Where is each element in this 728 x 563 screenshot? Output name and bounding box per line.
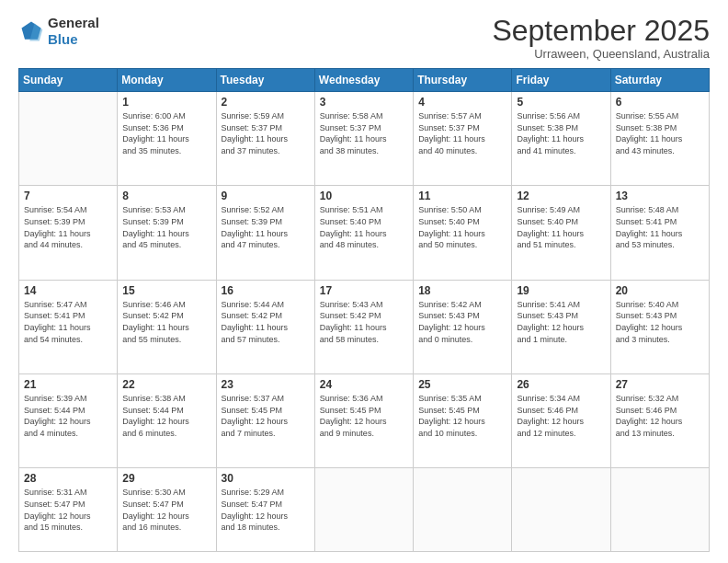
calendar-cell xyxy=(19,92,118,186)
day-number: 28 xyxy=(24,472,112,485)
calendar-cell: 20Sunrise: 5:40 AM Sunset: 5:43 PM Dayli… xyxy=(610,280,709,373)
calendar-cell: 29Sunrise: 5:30 AM Sunset: 5:47 PM Dayli… xyxy=(118,468,216,552)
calendar-row-2: 7Sunrise: 5:54 AM Sunset: 5:39 PM Daylig… xyxy=(19,186,710,280)
logo: General Blue xyxy=(18,15,99,48)
day-number: 11 xyxy=(418,190,506,202)
day-number: 30 xyxy=(222,472,310,485)
calendar-row-1: 1Sunrise: 6:00 AM Sunset: 5:36 PM Daylig… xyxy=(19,92,710,186)
calendar-cell: 5Sunrise: 5:56 AM Sunset: 5:38 PM Daylig… xyxy=(512,92,610,186)
day-number: 12 xyxy=(517,190,605,202)
calendar-cell: 22Sunrise: 5:38 AM Sunset: 5:44 PM Dayli… xyxy=(118,374,216,468)
day-number: 16 xyxy=(222,284,310,297)
cell-info: Sunrise: 5:31 AM Sunset: 5:47 PM Dayligh… xyxy=(24,487,112,533)
day-number: 22 xyxy=(122,378,210,391)
day-number: 26 xyxy=(517,378,605,391)
cell-info: Sunrise: 5:50 AM Sunset: 5:40 PM Dayligh… xyxy=(418,204,506,250)
day-number: 8 xyxy=(122,190,210,202)
calendar-cell: 27Sunrise: 5:32 AM Sunset: 5:46 PM Dayli… xyxy=(610,374,709,468)
calendar-cell: 23Sunrise: 5:37 AM Sunset: 5:45 PM Dayli… xyxy=(216,374,314,468)
cell-info: Sunrise: 5:52 AM Sunset: 5:39 PM Dayligh… xyxy=(222,204,310,250)
calendar-table: SundayMondayTuesdayWednesdayThursdayFrid… xyxy=(18,68,710,552)
cell-info: Sunrise: 5:39 AM Sunset: 5:44 PM Dayligh… xyxy=(24,393,112,439)
weekday-header-wednesday: Wednesday xyxy=(314,69,413,92)
cell-info: Sunrise: 5:54 AM Sunset: 5:39 PM Dayligh… xyxy=(24,204,112,250)
calendar-cell: 28Sunrise: 5:31 AM Sunset: 5:47 PM Dayli… xyxy=(19,468,118,552)
weekday-header-monday: Monday xyxy=(118,69,216,92)
cell-info: Sunrise: 5:57 AM Sunset: 5:37 PM Dayligh… xyxy=(418,110,506,156)
day-number: 9 xyxy=(222,190,310,202)
calendar-cell: 21Sunrise: 5:39 AM Sunset: 5:44 PM Dayli… xyxy=(19,374,118,468)
calendar-cell: 6Sunrise: 5:55 AM Sunset: 5:38 PM Daylig… xyxy=(610,92,709,186)
calendar-cell: 13Sunrise: 5:48 AM Sunset: 5:41 PM Dayli… xyxy=(610,186,709,280)
title-block: September 2025 Urraween, Queensland, Aus… xyxy=(492,15,710,61)
day-number: 23 xyxy=(222,378,310,391)
cell-info: Sunrise: 5:47 AM Sunset: 5:41 PM Dayligh… xyxy=(24,299,112,345)
calendar-cell: 16Sunrise: 5:44 AM Sunset: 5:42 PM Dayli… xyxy=(216,280,314,373)
calendar-cell: 24Sunrise: 5:36 AM Sunset: 5:45 PM Dayli… xyxy=(314,374,413,468)
cell-info: Sunrise: 5:32 AM Sunset: 5:46 PM Dayligh… xyxy=(616,393,704,439)
month-title: September 2025 xyxy=(492,15,710,47)
day-number: 21 xyxy=(24,378,112,391)
calendar-cell: 25Sunrise: 5:35 AM Sunset: 5:45 PM Dayli… xyxy=(414,374,512,468)
day-number: 29 xyxy=(122,472,210,485)
calendar-cell: 11Sunrise: 5:50 AM Sunset: 5:40 PM Dayli… xyxy=(414,186,512,280)
page: General Blue September 2025 Urraween, Qu… xyxy=(0,0,728,563)
day-number: 14 xyxy=(24,284,112,297)
day-number: 25 xyxy=(418,378,506,391)
calendar-cell: 7Sunrise: 5:54 AM Sunset: 5:39 PM Daylig… xyxy=(19,186,118,280)
cell-info: Sunrise: 5:37 AM Sunset: 5:45 PM Dayligh… xyxy=(222,393,310,439)
cell-info: Sunrise: 5:56 AM Sunset: 5:38 PM Dayligh… xyxy=(517,110,605,156)
cell-info: Sunrise: 5:59 AM Sunset: 5:37 PM Dayligh… xyxy=(222,110,310,156)
calendar-cell: 14Sunrise: 5:47 AM Sunset: 5:41 PM Dayli… xyxy=(19,280,118,373)
day-number: 19 xyxy=(517,284,605,297)
cell-info: Sunrise: 5:36 AM Sunset: 5:45 PM Dayligh… xyxy=(320,393,408,439)
cell-info: Sunrise: 5:38 AM Sunset: 5:44 PM Dayligh… xyxy=(122,393,210,439)
cell-info: Sunrise: 5:49 AM Sunset: 5:40 PM Dayligh… xyxy=(517,204,605,250)
day-number: 20 xyxy=(616,284,704,297)
day-number: 18 xyxy=(418,284,506,297)
header: General Blue September 2025 Urraween, Qu… xyxy=(18,15,710,61)
calendar-cell: 18Sunrise: 5:42 AM Sunset: 5:43 PM Dayli… xyxy=(414,280,512,373)
calendar-cell: 3Sunrise: 5:58 AM Sunset: 5:37 PM Daylig… xyxy=(314,92,413,186)
calendar-cell: 9Sunrise: 5:52 AM Sunset: 5:39 PM Daylig… xyxy=(216,186,314,280)
day-number: 7 xyxy=(24,190,112,202)
calendar-row-3: 14Sunrise: 5:47 AM Sunset: 5:41 PM Dayli… xyxy=(19,280,710,373)
cell-info: Sunrise: 5:40 AM Sunset: 5:43 PM Dayligh… xyxy=(616,299,704,345)
cell-info: Sunrise: 5:53 AM Sunset: 5:39 PM Dayligh… xyxy=(122,204,210,250)
calendar-row-5: 28Sunrise: 5:31 AM Sunset: 5:47 PM Dayli… xyxy=(19,468,710,552)
cell-info: Sunrise: 5:30 AM Sunset: 5:47 PM Dayligh… xyxy=(122,487,210,533)
calendar-cell: 1Sunrise: 6:00 AM Sunset: 5:36 PM Daylig… xyxy=(118,92,216,186)
calendar-cell xyxy=(314,468,413,552)
day-number: 3 xyxy=(320,96,408,109)
calendar-row-4: 21Sunrise: 5:39 AM Sunset: 5:44 PM Dayli… xyxy=(19,374,710,468)
day-number: 5 xyxy=(517,96,605,109)
calendar-cell: 30Sunrise: 5:29 AM Sunset: 5:47 PM Dayli… xyxy=(216,468,314,552)
calendar-cell xyxy=(610,468,709,552)
calendar-cell: 4Sunrise: 5:57 AM Sunset: 5:37 PM Daylig… xyxy=(414,92,512,186)
calendar-cell: 2Sunrise: 5:59 AM Sunset: 5:37 PM Daylig… xyxy=(216,92,314,186)
calendar-cell: 8Sunrise: 5:53 AM Sunset: 5:39 PM Daylig… xyxy=(118,186,216,280)
cell-info: Sunrise: 5:55 AM Sunset: 5:38 PM Dayligh… xyxy=(616,110,704,156)
day-number: 27 xyxy=(616,378,704,391)
cell-info: Sunrise: 5:58 AM Sunset: 5:37 PM Dayligh… xyxy=(320,110,408,156)
logo-icon xyxy=(18,18,44,44)
calendar-cell: 15Sunrise: 5:46 AM Sunset: 5:42 PM Dayli… xyxy=(118,280,216,373)
day-number: 1 xyxy=(122,96,210,109)
logo-text: General Blue xyxy=(48,15,99,48)
weekday-header-saturday: Saturday xyxy=(610,69,709,92)
day-number: 4 xyxy=(418,96,506,109)
cell-info: Sunrise: 6:00 AM Sunset: 5:36 PM Dayligh… xyxy=(122,110,210,156)
day-number: 15 xyxy=(122,284,210,297)
calendar-cell: 12Sunrise: 5:49 AM Sunset: 5:40 PM Dayli… xyxy=(512,186,610,280)
day-number: 13 xyxy=(616,190,704,202)
calendar-cell xyxy=(414,468,512,552)
cell-info: Sunrise: 5:29 AM Sunset: 5:47 PM Dayligh… xyxy=(222,487,310,533)
weekday-header-tuesday: Tuesday xyxy=(216,69,314,92)
cell-info: Sunrise: 5:41 AM Sunset: 5:43 PM Dayligh… xyxy=(517,299,605,345)
cell-info: Sunrise: 5:48 AM Sunset: 5:41 PM Dayligh… xyxy=(616,204,704,250)
calendar-cell: 19Sunrise: 5:41 AM Sunset: 5:43 PM Dayli… xyxy=(512,280,610,373)
cell-info: Sunrise: 5:43 AM Sunset: 5:42 PM Dayligh… xyxy=(320,299,408,345)
day-number: 17 xyxy=(320,284,408,297)
location-subtitle: Urraween, Queensland, Australia xyxy=(492,47,710,61)
cell-info: Sunrise: 5:46 AM Sunset: 5:42 PM Dayligh… xyxy=(122,299,210,345)
